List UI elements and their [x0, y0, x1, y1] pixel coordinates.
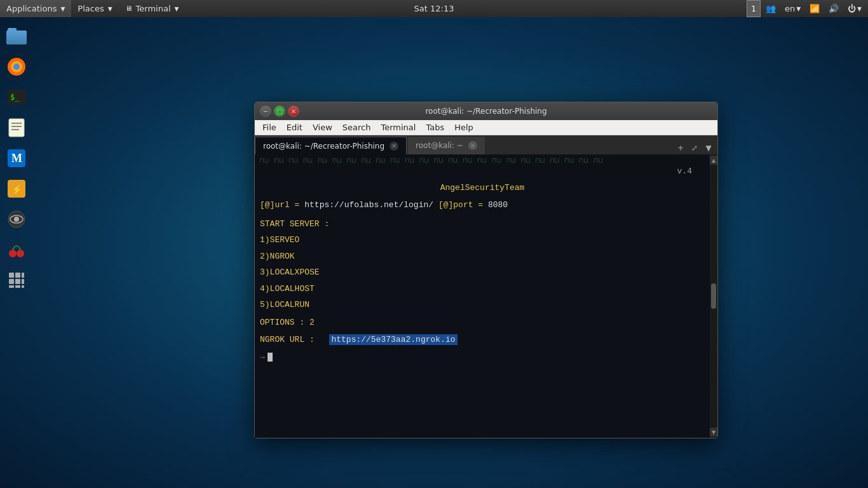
applications-menu[interactable]: Applications ▼ — [0, 0, 71, 17]
power-label: ⏻ — [848, 4, 856, 13]
tab-expand-button[interactable]: ⤢ — [688, 142, 701, 154]
tabs-right-controls: + ⤢ ▼ — [674, 142, 717, 154]
maximize-button[interactable]: □ — [274, 105, 285, 117]
svg-rect-26 — [22, 285, 24, 288]
sidebar-cherry-icon[interactable] — [4, 237, 29, 262]
ngrok-line: NGROK URL : https://5e373aa2.ngrok.io — [260, 334, 705, 346]
svg-text:$_: $_ — [10, 93, 20, 102]
sidebar-burp-icon[interactable]: ⚡ — [4, 176, 29, 201]
power-icon[interactable]: ⏻ ▼ — [844, 0, 865, 17]
wifi-icon[interactable]: 📶 — [806, 0, 824, 17]
tab-menu-button[interactable]: ▼ — [702, 142, 715, 154]
tab-1[interactable]: root@kali: ~/Recreator-Phishing ✕ — [255, 137, 407, 154]
applications-arrow: ▼ — [60, 6, 65, 12]
minimize-button[interactable]: ─ — [260, 105, 271, 117]
url-value-text: https://ufolabs.net/login/ — [304, 200, 433, 210]
svg-point-16 — [9, 250, 17, 257]
team-line: AngelSecurityTeam — [260, 182, 705, 194]
prompt-line: → — [260, 351, 705, 364]
svg-point-2 — [13, 64, 20, 70]
burp-svg: ⚡ — [6, 179, 27, 199]
url-line: [@]url = https://ufolabs.net/login/ [@]p… — [260, 199, 705, 212]
power-arrow: ▼ — [857, 6, 862, 12]
menu-tabs[interactable]: Tabs — [421, 120, 449, 135]
scrollbar[interactable]: ▲ ▼ — [710, 154, 717, 438]
option-5-line: 5)LOCALRUN — [260, 299, 705, 311]
sidebar-notes-icon[interactable] — [4, 115, 29, 140]
eye-svg — [6, 209, 27, 229]
svg-point-15 — [14, 217, 19, 222]
svg-rect-6 — [11, 123, 22, 124]
sidebar-malwarebytes-icon[interactable]: M — [4, 146, 29, 171]
terminal-text-area[interactable]: ⊓⊔ ⊓⊔ ⊓⊔ ⊓⊔ ⊓⊔ ⊓⊔ ⊓⊔ ⊓⊔ ⊓⊔ ⊓⊔ ⊓⊔ ⊓⊔ ⊓⊔ ⊓… — [255, 154, 710, 438]
volume-icon[interactable]: 🔊 — [825, 0, 843, 17]
topbar-right: 1 👥 en ▼ 📶 🔊 ⏻ ▼ — [747, 0, 868, 17]
sidebar-files-icon[interactable] — [4, 24, 29, 49]
menu-terminal[interactable]: Terminal — [376, 120, 421, 135]
datetime-label: Sat 12:13 — [414, 4, 454, 13]
sidebar-apps-icon[interactable] — [4, 268, 29, 293]
tab-2-close[interactable]: ✕ — [468, 141, 477, 150]
svg-point-17 — [17, 250, 24, 257]
svg-rect-5 — [9, 119, 24, 137]
url-label: [@]url = — [260, 200, 299, 210]
port-value-text: 8080 — [488, 200, 508, 210]
svg-rect-19 — [15, 273, 20, 278]
sidebar-firefox-icon[interactable] — [4, 54, 29, 79]
scrollbar-down[interactable]: ▼ — [710, 428, 717, 437]
malwarebytes-svg: M — [6, 148, 27, 168]
scrollbar-thumb[interactable] — [711, 283, 716, 309]
menu-edit[interactable]: Edit — [281, 120, 308, 135]
svg-rect-20 — [9, 279, 14, 284]
users-icon[interactable]: 👥 — [762, 0, 780, 17]
terminal-label: Terminal — [136, 4, 171, 13]
topbar-clock: Sat 12:13 — [414, 4, 454, 13]
workspace-number: 1 — [751, 4, 756, 13]
menu-view[interactable]: View — [308, 120, 337, 135]
svg-rect-23 — [15, 285, 20, 288]
places-arrow: ▼ — [108, 6, 112, 12]
options-label-text: OPTIONS : 2 — [260, 318, 315, 327]
topbar: Applications ▼ Places ▼ 🖥 Terminal ▼ Sat… — [0, 0, 868, 17]
tab-add-button[interactable]: + — [674, 142, 687, 154]
sidebar-terminal-icon[interactable]: $_ — [4, 85, 29, 110]
notes-svg — [6, 118, 27, 138]
desktop: $_ M ⚡ — [0, 17, 868, 488]
team-text: AngelSecurityTeam — [440, 183, 525, 193]
ngrok-label-text: NGROK URL : — [260, 335, 315, 344]
terminal-menu[interactable]: 🖥 Terminal ▼ — [119, 0, 186, 17]
port-label: [@]port = — [438, 200, 483, 210]
option-1-text: 1)SERVEO — [260, 235, 299, 245]
option-3-text: 3)LOCALXPOSE — [260, 268, 320, 277]
ngrok-url-text: https://5e373aa2.ngrok.io — [329, 334, 457, 345]
terminal-titlebar: ─ □ ✕ root@kali: ~/Recreator-Phishing — [255, 102, 717, 120]
menu-file[interactable]: File — [257, 120, 281, 135]
tab-1-label: root@kali: ~/Recreator-Phishing — [263, 142, 384, 151]
tab-1-close[interactable]: ✕ — [390, 142, 398, 151]
language-selector[interactable]: en ▼ — [781, 0, 804, 17]
terminal-title: root@kali: ~/Recreator-Phishing — [425, 107, 546, 116]
svg-rect-25 — [22, 279, 24, 284]
svg-rect-22 — [9, 285, 14, 288]
applications-label: Applications — [6, 4, 57, 13]
terminal-controls: ─ □ ✕ — [260, 105, 299, 117]
menu-search[interactable]: Search — [337, 120, 376, 135]
workspace-indicator[interactable]: 1 — [747, 0, 761, 17]
sidebar-eye-icon[interactable] — [4, 207, 29, 232]
terminal-arrow: ▼ — [175, 6, 179, 12]
scrollbar-up[interactable]: ▲ — [710, 156, 717, 165]
prompt-arrow-icon: → — [260, 351, 265, 364]
close-button[interactable]: ✕ — [288, 105, 299, 117]
menu-help[interactable]: Help — [449, 120, 478, 135]
option-2-line: 2)NGROK — [260, 250, 705, 263]
svg-rect-7 — [11, 126, 22, 127]
places-menu[interactable]: Places ▼ — [71, 0, 118, 17]
terminal-content: ⊓⊔ ⊓⊔ ⊓⊔ ⊓⊔ ⊓⊔ ⊓⊔ ⊓⊔ ⊓⊔ ⊓⊔ ⊓⊔ ⊓⊔ ⊓⊔ ⊓⊔ ⊓… — [255, 154, 717, 438]
terminal-icon: 🖥 — [125, 4, 132, 13]
terminal-svg: $_ — [6, 87, 27, 107]
topbar-left: Applications ▼ Places ▼ 🖥 Terminal ▼ — [0, 0, 185, 17]
sidebar: $_ M ⚡ — [0, 17, 33, 488]
option-2-text: 2)NGROK — [260, 252, 295, 261]
folder-shape — [6, 28, 27, 44]
tab-2[interactable]: root@kali: ~ ✕ — [408, 137, 485, 154]
